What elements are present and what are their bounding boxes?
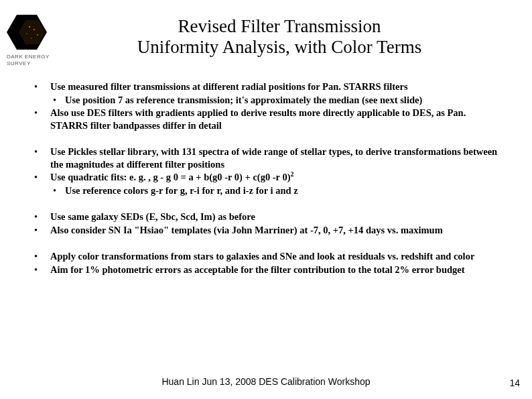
bullet-item: Use Pickles stellar library, with 131 sp… <box>30 146 505 170</box>
bullet-text: Apply color transformations from stars t… <box>50 251 474 262</box>
svg-point-2 <box>29 26 30 27</box>
logo-line1: DARK ENERGY <box>7 54 50 60</box>
svg-point-3 <box>34 29 35 30</box>
bullet-text: Use same galaxy SEDs (E, Sbc, Scd, Im) a… <box>50 211 255 222</box>
svg-point-6 <box>26 33 27 34</box>
sub-bullet-item: Use reference colors g-r for g, r-i for … <box>50 184 505 197</box>
des-logo: DARK ENERGY SURVEY <box>7 15 57 66</box>
bullet-item: Aim for 1% photometric errors as accepta… <box>30 264 505 276</box>
bullet-item: Also use DES filters with gradients appl… <box>30 107 505 131</box>
bullet-list: Use measured filter transmissions at dif… <box>30 80 505 276</box>
slide-footer: Huan Lin Jun 13, 2008 DES Calibration Wo… <box>0 376 532 387</box>
bullet-text: Aim for 1% photometric errors as accepta… <box>50 264 465 275</box>
logo-line2: SURVEY <box>7 60 31 66</box>
group-spacer <box>30 197 505 211</box>
svg-point-5 <box>31 38 32 39</box>
title-line2: Uniformity Analysis, with Color Terms <box>137 37 421 57</box>
sub-bullet-list: Use reference colors g-r for g, r-i for … <box>50 184 505 197</box>
bullet-text: Also use DES filters with gradients appl… <box>50 107 466 131</box>
svg-point-4 <box>37 34 38 36</box>
bullet-item: Use measured filter transmissions at dif… <box>30 80 505 106</box>
group-spacer <box>30 237 505 250</box>
bullet-item: Apply color transformations from stars t… <box>30 250 505 263</box>
des-logo-text: DARK ENERGY SURVEY <box>7 54 57 66</box>
bullet-text: Also consider SN Ia "Hsiao" templates (v… <box>50 225 443 235</box>
page-number: 14 <box>509 378 520 388</box>
slide-title: Revised Filter Transmission Uniformity A… <box>0 0 532 58</box>
bullet-text: Use measured filter transmissions at dif… <box>50 81 408 92</box>
bullet-item: Use same galaxy SEDs (E, Sbc, Scd, Im) a… <box>30 211 505 223</box>
slide-content: Use measured filter transmissions at dif… <box>30 80 505 277</box>
bullet-item: Also consider SN Ia "Hsiao" templates (v… <box>30 224 505 237</box>
des-logo-hexagon <box>7 15 47 50</box>
bullet-text: Use Pickles stellar library, with 131 sp… <box>50 146 497 170</box>
group-spacer <box>30 132 505 146</box>
bullet-item: Use quadratic fits: e. g. , g - g 0 = a … <box>30 171 505 196</box>
bullet-text: Use quadratic fits: e. g. , g - g 0 = a … <box>50 172 294 182</box>
sub-bullet-item: Use position 7 as reference transmission… <box>50 94 505 107</box>
sub-bullet-list: Use position 7 as reference transmission… <box>50 94 505 107</box>
title-line1: Revised Filter Transmission <box>178 16 381 36</box>
